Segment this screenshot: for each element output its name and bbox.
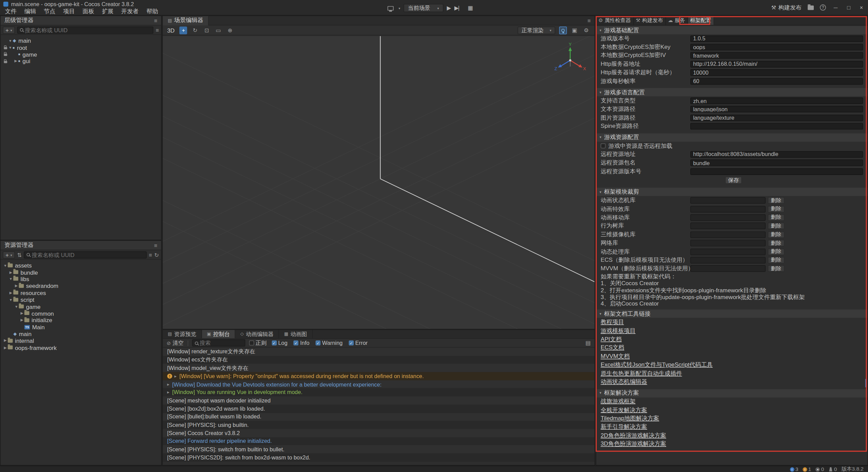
assets-search-input[interactable] (32, 252, 144, 258)
status-perf[interactable]: 0 (828, 466, 837, 472)
field-input[interactable]: http://192.168.0.150/main/ (690, 61, 863, 67)
expand-arrow-icon[interactable]: ▼ (8, 277, 13, 281)
expand-arrow-icon[interactable]: ▼ (3, 263, 8, 267)
panel-menu-icon[interactable]: ≡ (154, 242, 157, 248)
console-settings-icon[interactable]: ▤ (586, 340, 591, 346)
doc-link[interactable]: Tiledmap地图解决方案 (600, 415, 659, 422)
tree-node-main[interactable]: ▼◆main (1, 37, 161, 44)
tree-node-internal[interactable]: ▶internal (1, 337, 161, 344)
field-input[interactable]: bundle (690, 160, 863, 166)
console-filter-log[interactable]: ✓Log (272, 340, 288, 346)
preview-device-icon[interactable] (388, 6, 394, 10)
menu-item[interactable]: 面板 (79, 8, 98, 15)
console-filter-info[interactable]: ✓Info (294, 340, 310, 346)
section-header[interactable]: ▾游戏资源配置 (596, 133, 867, 141)
tree-node-root[interactable]: ▼■root (1, 44, 161, 51)
tab-build-publish[interactable]: ⚒构建发布 (634, 16, 666, 25)
refresh-icon[interactable]: ↻ (154, 252, 159, 258)
doc-link[interactable]: 战旗游戏框架 (600, 398, 635, 406)
checkbox-log[interactable]: ✓ (272, 340, 277, 346)
field-input[interactable]: oops (690, 44, 863, 51)
filter-icon[interactable]: ≡ (156, 27, 159, 33)
console-filter-warning[interactable]: ✓Warning (316, 340, 343, 346)
gear-icon[interactable]: ⚙ (583, 26, 590, 34)
render-mode-select[interactable]: 正常渲染 ▾ (518, 26, 555, 34)
delete-button[interactable]: 删除 (768, 197, 785, 204)
delete-button[interactable]: 删除 (768, 257, 785, 263)
tree-node-game[interactable]: ▼game (1, 303, 161, 310)
expand-arrow-icon[interactable]: ▶ (3, 346, 8, 350)
delete-button[interactable]: 删除 (768, 266, 785, 272)
gizmo-z-label[interactable]: Z (554, 66, 557, 71)
field-input[interactable]: language/json (690, 106, 863, 113)
maximize-button[interactable]: □ (845, 4, 852, 11)
doc-link[interactable]: 游戏模板项目 (600, 327, 635, 335)
hierarchy-search-input[interactable] (25, 27, 151, 33)
layout-grid-icon[interactable]: ▦ (468, 5, 473, 11)
open-project-folder-icon[interactable] (808, 5, 814, 10)
delete-button[interactable]: 删除 (768, 240, 785, 247)
checkbox-info[interactable]: ✓ (294, 340, 299, 346)
console-filter-error[interactable]: ✓Error (349, 340, 368, 346)
delete-button[interactable]: 删除 (768, 214, 785, 221)
expand-arrow-icon[interactable]: ▶ (8, 291, 13, 295)
play-button[interactable]: ▶ (447, 5, 451, 11)
menu-item[interactable]: 编辑 (20, 8, 40, 15)
delete-button[interactable]: 删除 (768, 206, 785, 213)
delete-button[interactable]: 删除 (768, 223, 785, 230)
field-input[interactable]: http://localhost:8083/assets/bundle (690, 151, 863, 158)
save-button[interactable]: 保存 (725, 177, 742, 184)
menu-item[interactable]: 开发者 (117, 8, 142, 15)
tree-node-libs[interactable]: ▼libs (1, 276, 161, 282)
section-header[interactable]: ▾框架文档工具链接 (596, 310, 867, 318)
expand-arrow-icon[interactable]: ▶ (3, 338, 8, 343)
tab-service[interactable]: ☁服务 (666, 16, 688, 25)
build-publish-button[interactable]: ⚒ 构建发布 (771, 4, 802, 12)
rect-tool-icon[interactable]: ▭ (215, 26, 222, 34)
doc-link[interactable]: 新手引导解决方案 (600, 423, 647, 431)
checkbox-error[interactable]: ✓ (349, 340, 354, 346)
camera-icon[interactable]: ▣ (571, 26, 578, 34)
console-line[interactable]: ▸[Window] You are running Vue in develop… (163, 388, 595, 396)
status-warning[interactable]: !1 (803, 466, 811, 472)
gizmo-y-label[interactable]: Y (569, 42, 572, 47)
tab-animation-graph[interactable]: ▦动画图 (279, 330, 313, 338)
field-input[interactable] (690, 168, 863, 175)
doc-link[interactable]: 全栈开发解决方案 (600, 406, 647, 414)
menu-item[interactable]: 帮助 (142, 8, 162, 15)
doc-link[interactable]: 动画状态机编辑器 (600, 378, 647, 386)
panel-menu-icon[interactable]: ≡ (588, 17, 591, 23)
regex-toggle[interactable]: 正则 (249, 339, 267, 347)
menu-item[interactable]: 项目 (59, 8, 79, 15)
section-header[interactable]: ▾框架模块裁剪 (596, 188, 867, 196)
field-input[interactable]: 10000 (690, 69, 863, 76)
tree-node-oops-framework[interactable]: ▶oops-framework (1, 344, 161, 351)
expand-arrow-icon[interactable]: ▼ (8, 298, 13, 301)
doc-link[interactable]: Excel格式转Json文件与TypeScript代码工具 (600, 361, 713, 369)
menu-item[interactable]: 文件 (1, 8, 20, 15)
section-header[interactable]: ▾游戏多语言配置 (596, 88, 867, 96)
expand-arrow-icon[interactable]: ▶ (19, 311, 24, 315)
doc-link[interactable]: 原生包热更新配置自动生成插件 (600, 370, 682, 377)
status-error[interactable]: ×0 (815, 466, 824, 472)
mode-3d-toggle[interactable]: 3D (167, 27, 175, 34)
tab-scene-editor[interactable]: ▤ 场景编辑器 (163, 16, 209, 25)
console-line[interactable]: ▸[Window] Download the Vue Devtools exte… (163, 380, 595, 388)
delete-button[interactable]: 删除 (768, 248, 785, 255)
tab-assets-preview[interactable]: ▤资源预览 (163, 330, 202, 338)
tab-property-inspector[interactable]: ⚙属性检查器 (596, 16, 633, 25)
sort-icon[interactable]: ⇅ (17, 252, 22, 258)
expand-arrow-icon[interactable]: ▶ (14, 284, 19, 288)
doc-link[interactable]: 2D角色扮演游戏解决方案 (600, 432, 666, 439)
delete-button[interactable]: 删除 (768, 231, 785, 238)
field-input[interactable]: language/texture (690, 115, 863, 121)
tree-node-assets[interactable]: ▼assets (1, 262, 161, 269)
field-input[interactable]: framework (690, 52, 863, 59)
tree-node-seedrandom[interactable]: ▶seedrandom (1, 282, 161, 289)
tree-node-bundle[interactable]: ▶bundle (1, 269, 161, 275)
checkbox-warning[interactable]: ✓ (316, 340, 321, 346)
tree-node-gui[interactable]: ▶■gui (1, 58, 161, 64)
tree-node-Main[interactable]: TSMain (1, 323, 161, 330)
close-button[interactable]: × (858, 4, 865, 11)
expand-arrow-icon[interactable]: ▶ (19, 318, 24, 322)
